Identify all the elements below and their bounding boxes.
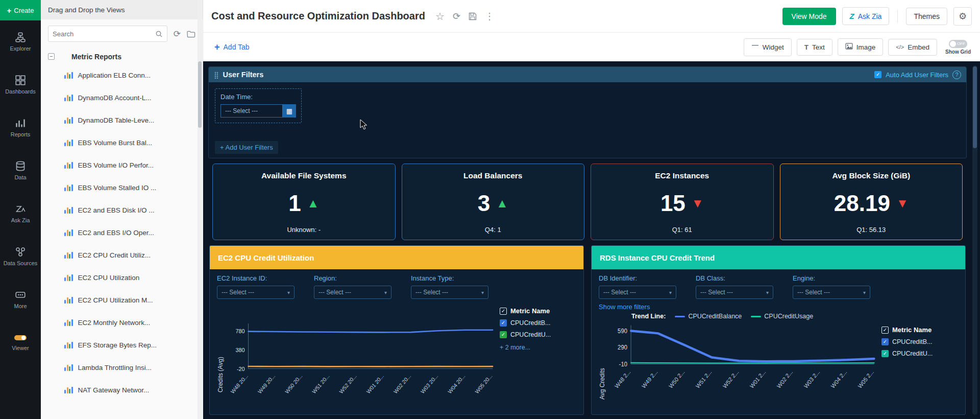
- views-scrollbar-thumb[interactable]: [198, 61, 202, 128]
- canvas-scrollbar[interactable]: [972, 65, 977, 415]
- create-button[interactable]: + Create: [0, 0, 41, 20]
- view-item[interactable]: EC2 CPU Credit Utiliz...: [41, 244, 203, 266]
- plus-icon: +: [214, 42, 220, 53]
- view-item[interactable]: EC2 and EBS Disk I/O ...: [41, 199, 203, 221]
- search-input[interactable]: [53, 30, 155, 38]
- checkbox-checked-icon[interactable]: ✓: [500, 319, 507, 327]
- legend-metric-name[interactable]: ✓Metric Name: [881, 326, 958, 334]
- filter-select[interactable]: --- Select ---▾: [217, 286, 295, 299]
- settings-gear-icon[interactable]: ⚙: [953, 7, 972, 26]
- view-item[interactable]: Lambda Throttling Insi...: [41, 356, 203, 379]
- add-tab-button[interactable]: + Add Tab: [214, 42, 250, 53]
- report-chart-icon: [64, 72, 73, 79]
- auto-add-checkbox-checked[interactable]: ✓: [874, 71, 881, 78]
- checkbox-checked-icon[interactable]: ✓: [881, 338, 889, 345]
- rail-item-data[interactable]: Data: [0, 149, 41, 192]
- toggle-state-label: OFF: [957, 41, 965, 46]
- show-more-filters-link[interactable]: Show more filters: [599, 303, 958, 311]
- view-item-label: EC2 and EBS Disk I/O ...: [78, 206, 155, 214]
- rail-item-reports[interactable]: Reports: [0, 106, 41, 149]
- help-icon[interactable]: ?: [952, 71, 961, 79]
- folder-metric-reports[interactable]: − Metric Reports: [41, 49, 203, 64]
- ec2-cpu-credit-panel[interactable]: EC2 CPU Credit Utilization EC2 Instance …: [209, 245, 584, 415]
- folder-view-icon[interactable]: [187, 30, 195, 38]
- view-item[interactable]: Application ELB Conn...: [41, 64, 203, 86]
- filter-label: Instance Type:: [411, 274, 488, 282]
- report-chart-icon: [64, 229, 73, 236]
- user-filters-title: User Filters: [223, 71, 264, 79]
- legend-title: Metric Name: [510, 307, 550, 315]
- kpi-card[interactable]: EC2 Instances15▼Q1: 61: [591, 164, 774, 240]
- checkbox-checked-icon[interactable]: ✓: [881, 327, 889, 334]
- refresh-views-icon[interactable]: ⟳: [174, 29, 181, 39]
- show-grid-control: OFF Show Grid: [945, 40, 971, 55]
- view-item[interactable]: DynamoDB Table-Leve...: [41, 109, 203, 131]
- checkbox-checked-icon[interactable]: ✓: [500, 331, 507, 338]
- view-item[interactable]: EC2 and EBS I/O Oper...: [41, 221, 203, 244]
- drag-handle-icon[interactable]: ⣿: [214, 71, 219, 79]
- view-item[interactable]: DynamoDB Account-L...: [41, 86, 203, 109]
- svg-text:W04 20...: W04 20...: [447, 373, 466, 394]
- refresh-icon[interactable]: ⟳: [453, 11, 460, 22]
- rail-item-more[interactable]: More: [0, 278, 41, 321]
- date-time-select[interactable]: --- Select ---: [220, 104, 283, 118]
- ec2-panel-header[interactable]: EC2 CPU Credit Utilization: [210, 246, 583, 269]
- legend-item[interactable]: ✓CPUCreditB...: [881, 338, 958, 345]
- image-button[interactable]: Image: [838, 38, 884, 56]
- rds-cpu-credit-panel[interactable]: RDS Instance CPU Credit Trend DB Identif…: [591, 245, 966, 415]
- collapse-icon[interactable]: −: [48, 53, 55, 60]
- embed-button[interactable]: </> Embed: [888, 39, 937, 56]
- kpi-card[interactable]: Avg Block Size (GiB)28.19▼Q1: 56.13: [780, 164, 963, 240]
- chevron-down-icon: ▾: [287, 290, 290, 295]
- add-user-filters-button[interactable]: + Add User Filters: [215, 141, 278, 154]
- view-item[interactable]: EBS Volume Burst Bal...: [41, 131, 203, 154]
- checkbox-checked-icon[interactable]: ✓: [500, 308, 507, 315]
- date-time-filter[interactable]: Date Time: --- Select --- ▦: [215, 88, 302, 123]
- view-item[interactable]: NAT Gateway Networ...: [41, 379, 203, 401]
- search-icon[interactable]: [155, 30, 163, 38]
- kpi-card[interactable]: Load Balancers3▲Q4: 1: [402, 164, 585, 240]
- rail-item-ask-zia[interactable]: Ask Zia: [0, 192, 41, 235]
- view-item[interactable]: EBS Volume Stalled IO ...: [41, 176, 203, 199]
- user-filters-header[interactable]: ⣿ User Filters ✓ Auto Add User Filters ?: [209, 67, 966, 82]
- legend-item[interactable]: ✓CPUCreditU...: [500, 331, 576, 338]
- legend-item[interactable]: ✓CPUCreditB...: [500, 319, 576, 327]
- checkbox-checked-icon[interactable]: ✓: [881, 350, 889, 357]
- rail-item-data-sources[interactable]: Data Sources: [0, 235, 41, 278]
- more-menu-icon[interactable]: ⋮: [485, 11, 494, 22]
- save-icon[interactable]: [469, 12, 477, 20]
- legend-item[interactable]: ✓CPUCreditU...: [881, 350, 958, 357]
- ask-zia-button[interactable]: Z Ask Zia: [842, 7, 890, 25]
- show-grid-toggle[interactable]: OFF: [949, 40, 967, 48]
- legend-metric-name[interactable]: ✓Metric Name: [500, 307, 576, 315]
- calendar-icon[interactable]: ▦: [283, 104, 296, 118]
- view-item[interactable]: EBS Volume I/O Perfor...: [41, 154, 203, 176]
- filter-group: Engine:--- Select ---▾: [793, 274, 870, 299]
- favorite-star-icon[interactable]: ☆: [435, 10, 445, 22]
- themes-button[interactable]: Themes: [906, 8, 947, 25]
- views-scrollbar[interactable]: [198, 0, 202, 419]
- more-icon: [15, 290, 26, 300]
- kpi-number: 28.19: [834, 192, 890, 215]
- widget-button[interactable]: Widget: [744, 38, 792, 56]
- legend-more-link[interactable]: + 2 more...: [500, 344, 576, 351]
- rail-item-dashboards[interactable]: Dashboards: [0, 63, 41, 106]
- user-filters-panel[interactable]: ⣿ User Filters ✓ Auto Add User Filters ?…: [208, 66, 967, 158]
- kpi-card[interactable]: Available File Systems1▲Unknown: -: [212, 164, 396, 240]
- text-button[interactable]: T Text: [797, 39, 832, 56]
- dashboard-toolbar: + Add Tab Widget T Text Image </> Embed …: [203, 33, 980, 61]
- filter-select[interactable]: --- Select ---▾: [696, 286, 773, 299]
- rail-item-viewer[interactable]: Viewer: [0, 321, 41, 364]
- view-mode-button[interactable]: View Mode: [782, 8, 836, 25]
- view-item[interactable]: EFS Storage Bytes Rep...: [41, 334, 203, 356]
- filter-select[interactable]: --- Select ---▾: [314, 286, 391, 299]
- canvas-scrollbar-thumb[interactable]: [973, 66, 977, 148]
- view-item[interactable]: EC2 CPU Utilization M...: [41, 289, 203, 311]
- view-item[interactable]: EC2 Monthly Network...: [41, 311, 203, 334]
- filter-select[interactable]: --- Select ---▾: [599, 286, 676, 299]
- filter-select[interactable]: --- Select ---▾: [411, 286, 488, 299]
- filter-select[interactable]: --- Select ---▾: [793, 286, 870, 299]
- rail-item-explorer[interactable]: Explorer: [0, 20, 41, 63]
- rds-panel-header[interactable]: RDS Instance CPU Credit Trend: [592, 246, 965, 269]
- view-item[interactable]: EC2 CPU Utilization: [41, 266, 203, 289]
